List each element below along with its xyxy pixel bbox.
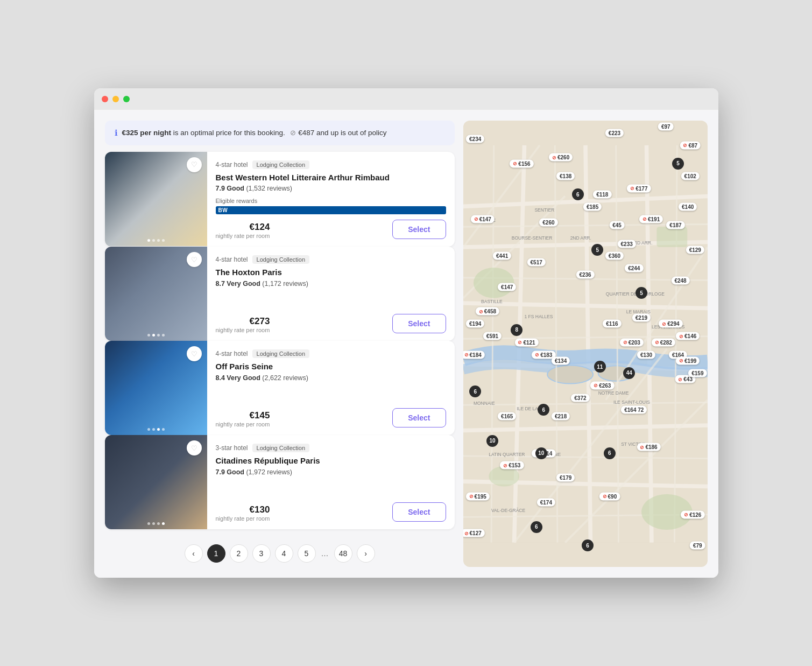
map-price-pin[interactable]: ⊘€153 [500, 461, 524, 469]
hotel-select-button-2[interactable]: Select [392, 314, 446, 333]
map-cluster-pin[interactable]: 6 [538, 404, 549, 416]
map-price-pin[interactable]: €147 [498, 283, 516, 291]
map-price-pin[interactable]: €218 [552, 412, 570, 420]
map-price-pin[interactable]: ⊘€183 [532, 350, 555, 359]
map-price-pin[interactable]: €174 [537, 499, 555, 507]
map-cluster-pin[interactable]: 11 [594, 361, 606, 373]
map-price-pin[interactable]: ⊘€294 [659, 320, 682, 328]
map-price-pin[interactable]: ⊘€127 [463, 529, 485, 537]
map-cluster-pin[interactable]: 5 [636, 287, 647, 299]
map-price-pin[interactable]: ⊘€191 [639, 215, 663, 223]
page-1-button[interactable]: 1 [207, 544, 225, 563]
map-price-pin[interactable]: €102 [681, 172, 700, 180]
map-cluster-pin[interactable]: 8 [511, 324, 522, 336]
hotel-price-label-4: nightly rate per room [216, 515, 270, 522]
hotel-favorite-button-4[interactable]: ♡ [187, 440, 202, 455]
map-price-pin[interactable]: €179 [556, 474, 575, 482]
hotel-image-3: ♡ [105, 341, 207, 435]
map-price-pin[interactable]: €45 [609, 221, 625, 229]
map-price-pin[interactable]: ⊘€195 [466, 492, 490, 500]
map-price-pin[interactable]: €260 [539, 218, 557, 226]
map-price-pin[interactable]: ⊘€156 [510, 159, 533, 167]
map-price-pin[interactable]: ⊘€263 [590, 381, 614, 389]
map-price-pin[interactable]: €185 [583, 202, 602, 211]
next-page-button[interactable]: › [357, 544, 375, 563]
map-cluster-pin[interactable]: 5 [672, 158, 684, 170]
map-price-pin[interactable]: ⊘€260 [549, 153, 573, 162]
map-price-pin[interactable]: ⊘€121 [514, 338, 538, 346]
map-price-pin[interactable]: €591 [483, 332, 502, 340]
page-last-button[interactable]: 48 [334, 544, 352, 563]
page-5-button[interactable]: 5 [298, 544, 316, 563]
map-price-pin[interactable]: €244 [625, 264, 643, 272]
titlebar [94, 88, 718, 110]
map-cluster-pin[interactable]: 5 [591, 244, 603, 256]
page-3-button[interactable]: 3 [252, 544, 271, 563]
map-price-pin[interactable]: ⊘€177 [627, 184, 651, 192]
hotel-price-block-2: €273nightly rate per room [216, 316, 270, 333]
map-price-pin[interactable]: €194 [466, 320, 484, 328]
map-price-pin[interactable]: €234 [466, 135, 484, 143]
map-price-pin[interactable]: €360 [605, 252, 624, 260]
map-price-pin[interactable]: €129 [686, 246, 704, 254]
map-cluster-pin[interactable]: 10 [486, 435, 498, 447]
map-price-pin[interactable]: €223 [605, 129, 624, 137]
map-cluster-pin[interactable]: 6 [604, 447, 616, 459]
minimize-dot[interactable] [112, 96, 119, 102]
map-price-pin[interactable]: €236 [576, 270, 594, 278]
map-cluster-pin[interactable]: 44 [623, 367, 635, 379]
hotel-info-4: 3-star hotelLodging CollectionCitadines … [207, 435, 455, 529]
page-4-button[interactable]: 4 [275, 544, 293, 563]
map-price-pin[interactable]: €248 [671, 277, 689, 285]
map-price-pin[interactable]: €233 [618, 240, 636, 248]
map-price-pin[interactable]: €219 [632, 313, 651, 321]
map-price-pin[interactable]: ⊘€146 [676, 332, 700, 340]
hotel-card-2: ♡4-star hotelLodging CollectionThe Hoxto… [105, 247, 455, 341]
map-price-pin[interactable]: ⊘€282 [652, 338, 675, 346]
map-price-pin[interactable]: ⊘€147 [471, 215, 495, 223]
hotel-favorite-button-2[interactable]: ♡ [187, 252, 202, 267]
map-cluster-pin[interactable]: 6 [572, 188, 584, 200]
map-price-pin[interactable]: €97 [658, 123, 674, 131]
close-dot[interactable] [102, 96, 108, 102]
map-cluster-pin[interactable]: 6 [469, 385, 481, 397]
map-price-pin[interactable]: ⊘€458 [476, 307, 499, 316]
hotel-select-button-1[interactable]: Select [392, 220, 446, 239]
pagination: ‹ 1 2 3 4 5 … 48 › [105, 536, 455, 567]
map-price-pin[interactable]: €116 [603, 320, 621, 328]
map-price-pin[interactable]: €134 [552, 356, 570, 364]
hotel-select-button-3[interactable]: Select [392, 408, 446, 427]
map[interactable]: VIENNE SENTIER BOURSE-SENTIER 2ND ARR. 3… [463, 121, 708, 567]
prev-page-button[interactable]: ‹ [185, 544, 203, 563]
page-2-button[interactable]: 2 [230, 544, 248, 563]
map-price-pin[interactable]: ⊘€203 [620, 338, 644, 346]
hotel-select-button-4[interactable]: Select [392, 502, 446, 522]
map-cluster-pin[interactable]: 6 [582, 539, 594, 551]
map-price-pin[interactable]: ⊘€184 [463, 350, 485, 359]
map-price-pin[interactable]: €165 [498, 412, 516, 420]
map-pins-layer: €223€97€234⊘€260⊘€156€138⊘€87€118€185⊘€1… [463, 121, 708, 567]
hotel-favorite-button-1[interactable]: ♡ [187, 157, 202, 172]
map-cluster-pin[interactable]: 6 [531, 521, 542, 533]
map-price-pin[interactable]: ⊘€90 [599, 492, 620, 500]
map-price-pin[interactable]: €517 [527, 258, 546, 266]
map-price-pin[interactable]: €130 [637, 350, 655, 359]
map-price-pin[interactable]: €159 [688, 369, 707, 377]
map-price-pin[interactable]: €138 [556, 172, 575, 180]
map-price-pin[interactable]: ⊘€87 [680, 141, 701, 149]
map-price-pin[interactable]: €140 [679, 202, 697, 211]
map-price-pin[interactable]: €164 72 [621, 406, 647, 414]
map-price-pin[interactable]: €187 [666, 221, 684, 229]
map-price-pin[interactable]: €441 [493, 252, 511, 260]
hotel-price-2: €273 [216, 316, 270, 327]
map-panel[interactable]: VIENNE SENTIER BOURSE-SENTIER 2ND ARR. 3… [463, 121, 708, 567]
map-price-pin[interactable]: ⊘€126 [681, 510, 704, 518]
map-price-pin[interactable]: ⊘€199 [676, 356, 700, 364]
map-price-pin[interactable]: €372 [571, 394, 589, 402]
maximize-dot[interactable] [123, 96, 130, 102]
map-price-pin[interactable]: ⊘€186 [637, 443, 660, 451]
map-cluster-pin[interactable]: 10 [535, 447, 547, 459]
hotel-favorite-button-3[interactable]: ♡ [187, 346, 202, 361]
map-price-pin[interactable]: €79 [690, 542, 705, 550]
map-price-pin[interactable]: €118 [593, 191, 611, 199]
